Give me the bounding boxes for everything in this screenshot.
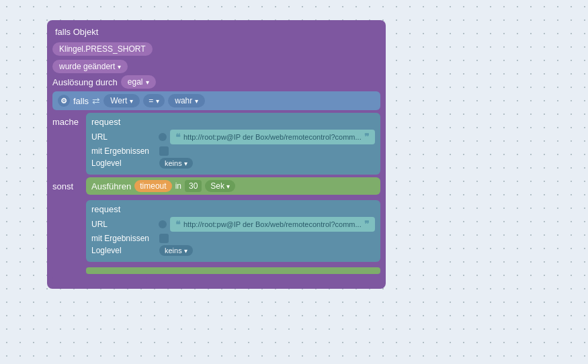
green-bottom-bar (86, 267, 380, 274)
close-quote-icon-2: ❞ (364, 219, 370, 230)
url-label-2: URL (91, 220, 155, 229)
request-label-1: request (91, 117, 375, 127)
url-text-1: http://root:pw@IP der Box/web/remotecont… (183, 133, 362, 141)
egal-dropdown[interactable]: egal ▾ (121, 75, 156, 89)
chevron-down-icon: ▾ (226, 183, 230, 190)
wert-dropdown[interactable]: Wert ▾ (103, 94, 140, 107)
eq-dropdown[interactable]: = ▾ (143, 94, 165, 107)
mit-ergebnissen-label-1: mit Ergebnissen (91, 146, 155, 156)
exchange-icon: ⇄ (92, 95, 100, 106)
chevron-down-icon: ▾ (184, 160, 187, 167)
mit-ergebnissen-row-1: mit Ergebnissen (91, 146, 375, 156)
loglevel-label-1: Loglevel (91, 158, 155, 168)
mache-label: mache (52, 113, 86, 127)
keins-dropdown-1[interactable]: keins ▾ (159, 158, 193, 169)
mit-ergebnissen-checkbox-2[interactable] (159, 234, 169, 243)
request-block-1: request URL ❝ http://root:pw@IP der Box/… (86, 113, 380, 175)
object-name-row: Klingel.PRESS_SHORT (52, 40, 380, 58)
mache-section: mache request URL ❝ http://root:pw@IP de… (52, 113, 380, 175)
loglevel-label-2: Loglevel (91, 246, 155, 255)
object-name-pill[interactable]: Klingel.PRESS_SHORT (52, 42, 153, 56)
wurde-geandert-row: wurde geändert ▾ (52, 60, 380, 73)
falls-label: falls (73, 96, 89, 106)
outer-falls-block: falls Objekt Klingel.PRESS_SHORT wurde g… (47, 20, 386, 289)
auslosung-row: Auslösung durch egal ▾ (52, 75, 380, 89)
sonst-label: sonst (52, 177, 86, 191)
chevron-down-icon: ▾ (118, 63, 121, 71)
auslosung-label: Auslösung durch (52, 77, 118, 87)
falls-settings-icon[interactable]: ⚙ (58, 95, 70, 107)
falls-condition-row: ⚙ falls ⇄ Wert ▾ = ▾ wahr ▾ (52, 91, 380, 110)
mit-ergebnissen-row-2: mit Ergebnissen (91, 234, 375, 243)
sonst-section: sonst Ausführen timeout in 30 Sek ▾ requ… (52, 177, 380, 274)
sek-dropdown[interactable]: Sek ▾ (205, 180, 235, 192)
chevron-down-icon: ▾ (184, 247, 187, 255)
url-text-2: http://root:pw@IP der Box/web/remotecont… (183, 220, 362, 228)
mit-ergebnissen-checkbox-1[interactable] (159, 146, 169, 156)
wahr-dropdown[interactable]: wahr ▾ (168, 94, 205, 107)
open-quote-icon-2: ❝ (175, 219, 181, 230)
wurde-geandert-dropdown[interactable]: wurde geändert ▾ (52, 60, 128, 73)
keins-dropdown-2[interactable]: keins ▾ (159, 245, 193, 256)
ausfuhren-label: Ausführen (91, 181, 131, 191)
mit-ergebnissen-label-2: mit Ergebnissen (91, 234, 155, 243)
chevron-down-icon: ▾ (195, 97, 198, 105)
timeout-number[interactable]: 30 (185, 180, 202, 192)
open-quote-icon: ❝ (175, 132, 181, 142)
falls-objekt-label: falls Objekt (52, 26, 380, 38)
loglevel-row-1: Loglevel keins ▾ (91, 158, 375, 169)
close-quote-icon: ❞ (364, 132, 370, 142)
request-label-2: request (91, 204, 375, 214)
url-value-block-2[interactable]: ❝ http://root:pw@IP der Box/web/remoteco… (170, 217, 375, 232)
loglevel-row-2: Loglevel keins ▾ (91, 245, 375, 256)
chevron-down-icon: ▾ (146, 79, 149, 86)
chevron-down-icon: ▾ (156, 97, 159, 105)
chevron-down-icon: ▾ (130, 97, 133, 105)
url-connector-2 (159, 220, 167, 228)
url-row-1: URL ❝ http://root:pw@IP der Box/web/remo… (91, 130, 375, 144)
ausfuhren-block: Ausführen timeout in 30 Sek ▾ (86, 177, 380, 195)
url-connector-1 (159, 133, 167, 141)
url-row-2: URL ❝ http://root:pw@IP der Box/web/remo… (91, 217, 375, 232)
url-label-1: URL (91, 132, 155, 142)
in-label: in (175, 181, 181, 191)
request-block-2: request URL ❝ http://root:pw@IP der Box/… (86, 200, 380, 262)
outer-bottom-bar (52, 277, 146, 283)
timeout-pill[interactable]: timeout (134, 180, 171, 192)
url-value-block-1[interactable]: ❝ http://root:pw@IP der Box/web/remoteco… (170, 130, 375, 144)
